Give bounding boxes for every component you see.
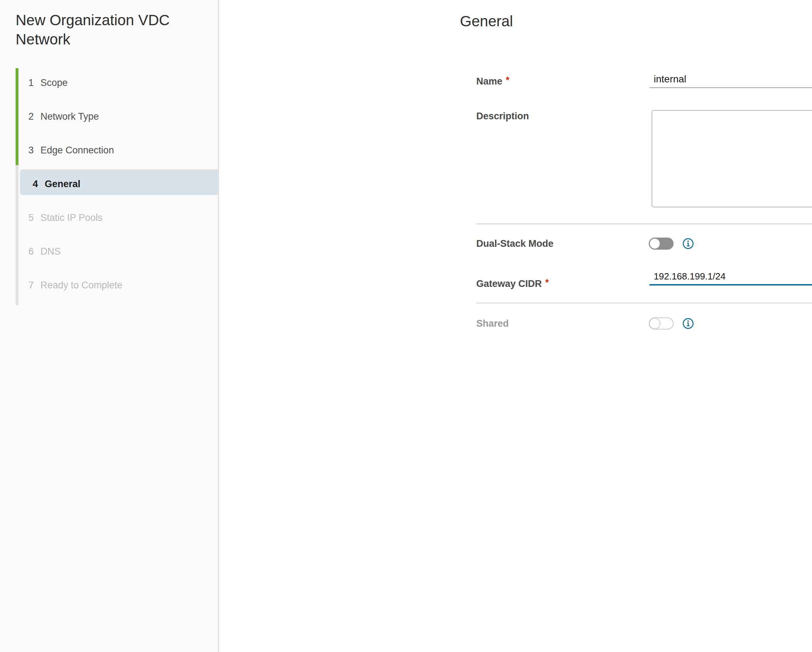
required-asterisk: * [545,277,549,287]
step-item-general[interactable]: 4 General [0,167,218,201]
step-label: Static IP Pools [40,212,102,223]
cancel-button[interactable]: CANCEL [810,612,812,637]
shared-toggle [649,317,673,329]
step-label: Scope [40,77,68,89]
page-title: General [460,13,513,30]
step-number: 2 [28,111,40,122]
section-divider [476,303,812,304]
step-label: DNS [40,246,61,257]
new-org-vdc-network-wizard: New Organization VDC Network 1 Scope 2 N… [0,0,812,652]
step-label: Edge Connection [40,145,114,156]
step-item-static-ip-pools: 5 Static IP Pools [0,201,218,235]
step-number: 1 [28,77,40,89]
step-label: Network Type [40,111,99,122]
step-item-ready-to-complete: 7 Ready to Complete [0,268,218,302]
wizard-title: New Organization VDC Network [15,11,207,49]
step-item-scope[interactable]: 1 Scope [0,66,218,100]
step-item-dns: 6 DNS [0,235,218,268]
step-number: 7 [28,280,40,291]
gateway-cidr-label: Gateway CIDR* [476,277,549,289]
required-asterisk: * [506,75,510,85]
step-number: 3 [28,145,40,156]
dual-stack-mode-label: Dual-Stack Mode [476,238,554,249]
dual-stack-info-icon[interactable] [682,238,694,249]
description-field[interactable] [652,110,812,207]
description-label: Description [476,111,529,122]
toggle-knob [650,239,660,249]
description-field-container [652,110,812,207]
shared-info-icon[interactable] [682,318,694,329]
dual-stack-mode-toggle[interactable] [649,237,673,249]
step-number: 6 [28,246,40,257]
shared-label: Shared [476,318,509,329]
name-field[interactable] [649,71,812,88]
step-number: 5 [28,212,40,223]
section-divider [476,223,812,225]
step-item-edge-connection[interactable]: 3 Edge Connection [0,133,218,167]
step-item-network-type[interactable]: 2 Network Type [0,100,218,133]
toggle-knob [649,318,661,329]
wizard-steps-list: 1 Scope 2 Network Type 3 Edge Connection… [0,66,218,302]
step-label: Ready to Complete [40,280,122,291]
wizard-sidebar: New Organization VDC Network 1 Scope 2 N… [0,0,219,652]
name-label: Name* [476,75,509,87]
step-label: General [45,179,81,190]
step-number: 4 [33,179,45,190]
gateway-cidr-field[interactable] [649,268,812,286]
wizard-step-panel: General Name* Description Dual-Stack Mod… [220,0,812,652]
